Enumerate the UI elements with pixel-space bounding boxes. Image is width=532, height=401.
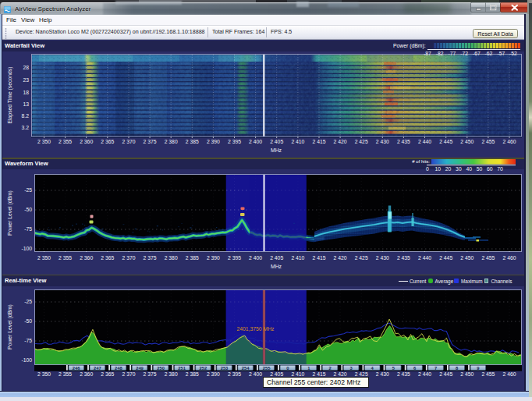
svg-text:248: 248 (115, 366, 122, 371)
svg-text:247: 247 (94, 366, 101, 371)
svg-text:254: 254 (242, 366, 250, 371)
svg-text:2: 2 (328, 366, 331, 371)
svg-text:250: 250 (157, 366, 165, 371)
svg-text:0: 0 (286, 366, 289, 371)
svg-text:255: 255 (263, 366, 271, 371)
svg-text:252: 252 (200, 366, 207, 371)
svg-text:249: 249 (136, 366, 144, 371)
svg-text:246: 246 (73, 366, 80, 371)
svg-text:2401,3750 MHz: 2401,3750 MHz (237, 326, 275, 332)
svg-text:251: 251 (178, 366, 186, 371)
svg-text:253: 253 (221, 366, 229, 371)
svg-text:7: 7 (434, 366, 437, 371)
